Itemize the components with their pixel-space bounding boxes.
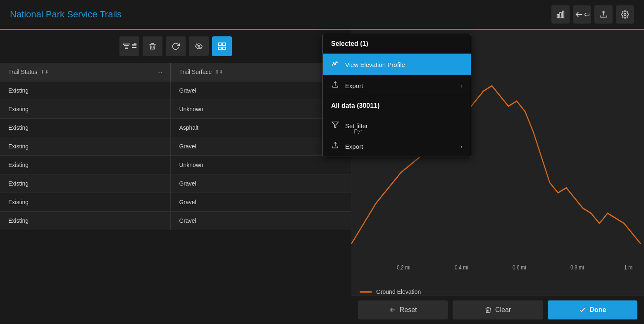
ctx-export-selected-label: Export — [345, 82, 363, 89]
filter-icon — [331, 121, 339, 130]
gear-icon — [621, 10, 629, 19]
grid-view-button[interactable] — [212, 36, 232, 56]
table-toolbar: ≡̃ — [0, 30, 351, 63]
refresh-button[interactable] — [166, 36, 186, 56]
page-title: National Park Service Trails — [10, 9, 122, 20]
svg-point-6 — [624, 14, 626, 16]
eye-icon — [194, 43, 203, 50]
filter-list-button[interactable]: ≡̃ — [119, 36, 139, 56]
cell-trail-status: Existing — [0, 137, 171, 156]
svg-rect-2 — [563, 11, 564, 18]
delete-button[interactable] — [143, 36, 162, 56]
svg-rect-16 — [219, 47, 221, 50]
x-label-02: 0.2 mi — [397, 264, 410, 270]
ctx-set-filter[interactable]: Set filter — [323, 115, 471, 136]
main-content: ≡̃ — [0, 30, 644, 324]
grid-icon — [217, 42, 227, 51]
left-panel: ≡̃ — [0, 30, 351, 324]
cell-trail-surface: Gravel — [171, 212, 351, 230]
reset-label: Reset — [400, 306, 417, 314]
table-row: ExistingGravel — [0, 212, 351, 230]
elevation-legend: Ground Elevation — [360, 288, 421, 295]
table-row: ExistingGravel — [0, 193, 351, 212]
clear-button[interactable]: Clear — [453, 300, 542, 319]
x-label-06: 0.6 mi — [513, 264, 526, 270]
refresh-icon — [172, 42, 180, 50]
cell-trail-status: Existing — [0, 193, 171, 212]
svg-rect-1 — [560, 12, 561, 18]
more-icon-status[interactable]: ··· — [157, 69, 162, 75]
clear-label: Clear — [495, 306, 511, 314]
cell-trail-surface: Gravel — [171, 174, 351, 193]
context-menu: Selected (1) View Elevation Profile Expo… — [322, 34, 471, 157]
ctx-export-selected-icon — [331, 81, 339, 90]
chart-icon-btn[interactable] — [551, 5, 570, 24]
header: National Park Service Trails ⇦ — [0, 0, 644, 30]
bar-chart-icon — [556, 10, 565, 19]
legend-line-color — [360, 291, 372, 293]
done-check-icon — [579, 306, 586, 314]
cell-trail-status: Existing — [0, 100, 171, 119]
done-button[interactable]: Done — [548, 300, 637, 319]
back-icon-btn[interactable]: ⇦ — [573, 5, 591, 24]
ctx-all-data-header: All data (30011) — [323, 96, 471, 115]
svg-point-21 — [336, 62, 337, 63]
data-table: Trail Status ⬆⬇ ··· Trail Surface ⬆⬇ ··· — [0, 63, 351, 324]
elevation-profile-icon — [331, 60, 339, 69]
clear-trash-icon — [484, 306, 492, 314]
reset-arrow-icon — [389, 306, 396, 314]
table-row: ExistingGravel — [0, 137, 351, 156]
ctx-set-filter-label: Set filter — [345, 122, 368, 129]
upload-icon — [599, 10, 608, 19]
ctx-selected-header: Selected (1) — [323, 34, 471, 54]
x-label-08: 0.8 mi — [570, 264, 584, 270]
svg-rect-0 — [557, 14, 559, 18]
ctx-export-selected[interactable]: Export › — [323, 75, 471, 96]
x-label-1mi: 1 mi — [624, 264, 634, 270]
share-icon-btn[interactable] — [594, 5, 613, 24]
ctx-elevation-label: View Elevation Profile — [345, 61, 405, 68]
cell-trail-status: Existing — [0, 119, 171, 137]
sort-icon-status: ⬆⬇ — [41, 69, 49, 75]
ctx-view-elevation[interactable]: View Elevation Profile — [323, 54, 471, 75]
svg-point-20 — [334, 64, 336, 65]
cell-trail-status: Existing — [0, 156, 171, 174]
ctx-export-all-icon — [331, 142, 339, 151]
done-label: Done — [589, 306, 606, 314]
cell-trail-surface: Unknown — [171, 156, 351, 174]
sort-icon-surface: ⬆⬇ — [215, 69, 223, 75]
table-row: ExistingGravel — [0, 81, 351, 100]
bottom-bar: Reset Clear Done — [351, 295, 644, 324]
ctx-export-arrow: › — [460, 82, 463, 89]
back-arrow-icon — [575, 10, 584, 19]
ctx-export-all[interactable]: Export › — [323, 136, 471, 157]
header-icon-group: ⇦ — [551, 5, 634, 24]
legend-label: Ground Elevation — [376, 288, 421, 295]
trash-icon — [148, 42, 157, 50]
ctx-export-all-arrow: › — [460, 143, 463, 150]
svg-rect-17 — [223, 47, 225, 50]
settings-icon-btn[interactable] — [616, 5, 634, 24]
svg-point-19 — [333, 62, 334, 64]
svg-rect-15 — [223, 43, 225, 45]
cell-trail-surface: Gravel — [171, 193, 351, 212]
svg-marker-23 — [332, 122, 339, 128]
reset-button[interactable]: Reset — [358, 300, 448, 319]
table-row: ExistingUnknown — [0, 156, 351, 174]
col-trail-status[interactable]: Trail Status ⬆⬇ ··· — [0, 63, 171, 81]
cell-trail-status: Existing — [0, 81, 171, 100]
ctx-export-all-label: Export — [345, 143, 363, 150]
cell-trail-status: Existing — [0, 212, 171, 230]
table-row: ExistingAsphalt — [0, 119, 351, 137]
table-row: ExistingGravel — [0, 174, 351, 193]
table-row: ExistingUnknown — [0, 100, 351, 119]
toggle-visibility-button[interactable] — [189, 36, 209, 56]
x-label-04: 0.4 mi — [455, 264, 468, 270]
svg-rect-14 — [219, 43, 221, 45]
table-header-row: Trail Status ⬆⬇ ··· Trail Surface ⬆⬇ ··· — [0, 63, 351, 81]
cell-trail-status: Existing — [0, 174, 171, 193]
